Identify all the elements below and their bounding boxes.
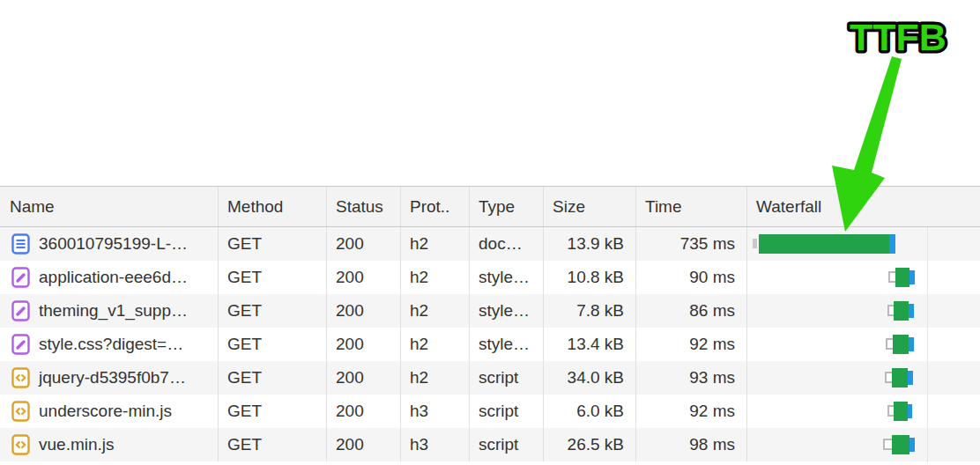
size-cell: 6.0 kB	[544, 395, 636, 428]
time-cell: 735 ms	[636, 227, 747, 261]
time-cell: 93 ms	[636, 361, 747, 395]
protocol-cell: h2	[401, 328, 470, 361]
script-icon	[11, 401, 30, 422]
status-cell: 200	[327, 395, 401, 428]
table-row[interactable]: 360010795199-L-… GET 200 h2 doc… 13.9 kB…	[0, 227, 980, 261]
type-cell: script	[470, 395, 544, 428]
waterfall-download-bar	[909, 337, 914, 351]
type-cell: style…	[470, 294, 544, 328]
protocol-cell: h3	[401, 395, 470, 428]
column-header-time[interactable]: Time	[636, 187, 747, 226]
waterfall-ttfb-bar	[895, 268, 909, 287]
waterfall-ttfb-bar	[894, 402, 908, 421]
table-row[interactable]: theming_v1_supp… GET 200 h2 style… 7.8 k…	[0, 294, 980, 328]
waterfall-ttfb-bar	[894, 301, 909, 321]
stylesheet-icon	[11, 300, 30, 321]
type-cell: doc…	[470, 227, 544, 261]
column-header-status[interactable]: Status	[327, 187, 401, 226]
stylesheet-icon	[11, 267, 30, 288]
table-row[interactable]: vue.min.js GET 200 h3 script 26.5 kB 98 …	[0, 428, 980, 461]
protocol-cell: h3	[401, 428, 470, 461]
request-name: application-eee6d…	[39, 268, 188, 287]
type-cell: script	[470, 361, 544, 395]
request-name: theming_v1_supp…	[39, 301, 188, 321]
waterfall-cell	[747, 328, 980, 361]
time-cell: 90 ms	[636, 261, 747, 294]
request-name: 360010795199-L-…	[39, 234, 188, 254]
column-header-waterfall[interactable]: Waterfall	[747, 187, 980, 226]
waterfall-cell	[747, 361, 980, 395]
waterfall-ttfb-bar	[892, 435, 909, 454]
waterfall-time-gridline	[927, 227, 928, 462]
type-cell: script	[470, 428, 544, 461]
table-row[interactable]: jquery-d5395f0b7… GET 200 h2 script 34.0…	[0, 361, 980, 395]
time-cell: 92 ms	[636, 395, 747, 428]
size-cell: 13.4 kB	[544, 328, 636, 361]
name-cell: jquery-d5395f0b7…	[0, 361, 219, 395]
rows: 360010795199-L-… GET 200 h2 doc… 13.9 kB…	[0, 227, 980, 461]
method-cell: GET	[219, 261, 327, 294]
waterfall-cell	[747, 294, 980, 328]
waterfall-cell	[747, 227, 980, 261]
size-cell: 26.5 kB	[544, 428, 636, 461]
header-row: NameMethodStatusProt..TypeSizeTimeWaterf…	[0, 187, 980, 227]
name-cell: vue.min.js	[0, 428, 219, 461]
stylesheet-icon	[11, 334, 30, 355]
request-name: style.css?digest=…	[39, 335, 183, 354]
table-row[interactable]: style.css?digest=… GET 200 h2 style… 13.…	[0, 328, 980, 361]
protocol-cell: h2	[401, 261, 470, 294]
request-name: vue.min.js	[39, 435, 115, 454]
name-cell: theming_v1_supp…	[0, 294, 219, 328]
method-cell: GET	[219, 294, 327, 328]
status-cell: 200	[327, 328, 401, 361]
name-cell: application-eee6d…	[0, 261, 219, 294]
column-header-method[interactable]: Method	[219, 187, 327, 226]
size-cell: 13.9 kB	[544, 227, 636, 261]
name-cell: 360010795199-L-…	[0, 227, 219, 261]
waterfall-ttfb-bar	[893, 335, 909, 354]
status-cell: 200	[327, 294, 401, 328]
time-cell: 92 ms	[636, 328, 747, 361]
script-icon	[11, 367, 30, 388]
method-cell: GET	[219, 428, 327, 461]
column-header-type[interactable]: Type	[470, 187, 544, 226]
protocol-cell: h2	[401, 294, 470, 328]
waterfall-download-bar	[889, 234, 895, 254]
protocol-cell: h2	[401, 227, 470, 261]
name-cell: style.css?digest=…	[0, 328, 219, 361]
column-header-size[interactable]: Size	[544, 187, 636, 226]
method-cell: GET	[219, 361, 327, 395]
name-cell: underscore-min.js	[0, 395, 219, 428]
waterfall-cell	[747, 395, 980, 428]
waterfall-download-bar	[909, 304, 914, 318]
method-cell: GET	[219, 328, 327, 361]
size-cell: 10.8 kB	[544, 261, 636, 294]
waterfall-cell	[747, 261, 980, 294]
waterfall-cell	[747, 428, 980, 461]
script-icon	[11, 434, 30, 455]
time-cell: 86 ms	[636, 294, 747, 328]
waterfall-ttfb-bar	[892, 368, 908, 388]
ttfb-label: TTFB	[850, 16, 947, 58]
document-icon	[11, 233, 30, 255]
waterfall-stalled-segment	[753, 239, 757, 248]
size-cell: 7.8 kB	[544, 294, 636, 328]
waterfall-download-bar	[909, 438, 915, 452]
request-name: underscore-min.js	[39, 402, 172, 421]
size-cell: 34.0 kB	[544, 361, 636, 395]
waterfall-download-bar	[908, 404, 912, 418]
column-header-protocol[interactable]: Prot..	[401, 187, 470, 226]
waterfall-download-bar	[909, 270, 915, 284]
method-cell: GET	[219, 395, 327, 428]
column-header-name[interactable]: Name	[0, 187, 219, 226]
status-cell: 200	[327, 227, 401, 261]
status-cell: 200	[327, 428, 401, 461]
table-row[interactable]: underscore-min.js GET 200 h3 script 6.0 …	[0, 395, 980, 428]
type-cell: style…	[470, 261, 544, 294]
waterfall-download-bar	[908, 371, 913, 385]
protocol-cell: h2	[401, 361, 470, 395]
devtools-network-panel: NameMethodStatusProt..TypeSizeTimeWaterf…	[0, 0, 980, 465]
network-request-table: NameMethodStatusProt..TypeSizeTimeWaterf…	[0, 186, 980, 462]
table-row[interactable]: application-eee6d… GET 200 h2 style… 10.…	[0, 261, 980, 294]
method-cell: GET	[219, 227, 327, 261]
